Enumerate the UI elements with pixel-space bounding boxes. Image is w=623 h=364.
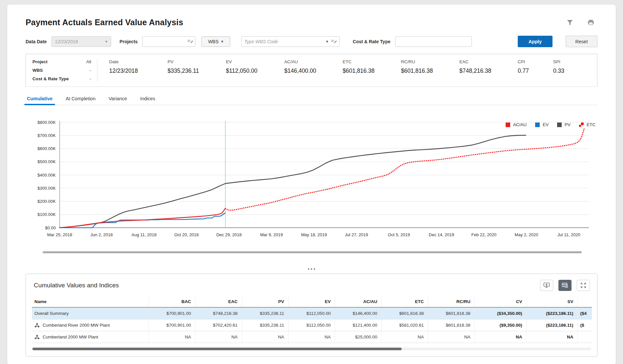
table-row-cumberland-river[interactable]: Cumberland River 2000 MW Plant $700,901.…	[32, 319, 592, 331]
svg-text:$800.00K: $800.00K	[37, 120, 56, 125]
svg-text:Dec 14, 2019: Dec 14, 2019	[429, 232, 454, 237]
download-button[interactable]	[540, 280, 553, 291]
wbs-dropdown-button[interactable]: WBS ▾	[201, 36, 230, 47]
table-settings-icon	[562, 282, 568, 288]
col-etc[interactable]: ETC	[381, 296, 428, 307]
metric-etc: ETC$601,816.38	[343, 59, 401, 81]
reset-button[interactable]: Reset	[566, 36, 597, 47]
col-rcru[interactable]: RC/RU	[428, 296, 474, 307]
lov-picker-icon[interactable]	[187, 39, 193, 44]
cost-rate-type-label: Cost & Rate Type	[353, 39, 391, 44]
col-cv[interactable]: CV	[474, 296, 526, 307]
chart-scrollbar[interactable]	[43, 251, 582, 253]
metric-spi: SPI0.33	[553, 59, 589, 81]
scope-label: Project	[32, 59, 48, 64]
scope-label: WBS	[32, 68, 43, 73]
tab-indices[interactable]: Indices	[139, 94, 156, 105]
svg-text:$300.00K: $300.00K	[37, 186, 56, 191]
ev-line-chart[interactable]: $800.00K$700.00K$600.00K$500.00K$400.00K…	[26, 118, 597, 250]
ev-swatch	[535, 123, 540, 127]
metric-eac: EAC$748,216.38	[459, 59, 518, 81]
tab-variance[interactable]: Variance	[108, 94, 128, 105]
acau-swatch	[506, 123, 510, 127]
col-ev[interactable]: EV	[288, 296, 335, 307]
filter-icon[interactable]	[566, 19, 574, 27]
wbs-button-label: WBS	[208, 39, 219, 44]
table-row-overall-summary[interactable]: Overall Summary $700,901.00$748,216.38 $…	[32, 307, 592, 319]
filter-bar: Data Date 12/23/2018 ▾ Projects WBS ▾ ▾	[26, 36, 597, 47]
legend-item-etc: ETC	[579, 122, 595, 127]
metric-cpi: CPI0.77	[518, 59, 553, 81]
svg-text:Mar 25, 2018: Mar 25, 2018	[47, 232, 72, 237]
apply-button[interactable]: Apply	[518, 36, 553, 47]
svg-text:Jun 2, 2018: Jun 2, 2018	[90, 232, 113, 237]
col-eac[interactable]: EAC	[195, 296, 242, 307]
svg-text:Mar 9, 2019: Mar 9, 2019	[260, 232, 283, 237]
col-acau[interactable]: AC/AU	[335, 296, 381, 307]
tab-cumulative[interactable]: Cumulative	[26, 94, 53, 105]
pv-swatch	[557, 123, 562, 127]
svg-text:May 18, 2019: May 18, 2019	[301, 232, 327, 237]
ev-chart-area: AC/AU EV PV ETC $800.00K$700.00K$600.00K…	[26, 118, 597, 253]
project-hierarchy-icon	[34, 323, 40, 328]
metric-acau: AC/AU$146,400.00	[284, 59, 343, 81]
col-bac[interactable]: BAC	[149, 296, 195, 307]
chart-legend: AC/AU EV PV ETC	[506, 122, 595, 127]
svg-text:May 2, 2020: May 2, 2020	[515, 232, 538, 237]
svg-text:Jul 11, 2020: Jul 11, 2020	[557, 232, 580, 237]
summary-metrics: Date12/23/2018 PV$335,236.11 EV$112,050.…	[97, 59, 597, 81]
svg-text:$500.00K: $500.00K	[37, 159, 56, 164]
projects-field	[142, 36, 195, 47]
table-settings-button[interactable]	[558, 280, 572, 291]
page-title: Payment Actuals Earned Value Analysis	[26, 18, 183, 27]
svg-text:Jul 27, 2019: Jul 27, 2019	[345, 232, 368, 237]
projects-label: Projects	[120, 39, 138, 44]
cumulative-values-panel: Cumulative Values and Indices	[26, 274, 597, 356]
scope-value: All	[86, 59, 91, 64]
svg-text:$600.00K: $600.00K	[37, 146, 56, 151]
data-date-select[interactable]: 12/23/2018 ▾	[51, 36, 111, 47]
col-sv[interactable]: SV	[526, 296, 577, 307]
metric-rcru: RC/RU$601,816.38	[401, 59, 459, 81]
table-row-cumberland[interactable]: Cumberland 2000 MW Plant NANA NANA $25,0…	[32, 331, 592, 343]
col-partial	[577, 296, 592, 307]
wbs-code-input[interactable]	[242, 39, 323, 44]
summary-scope: ProjectAll WBS- Cost & Rate Type-	[26, 59, 97, 81]
summary-panel: ProjectAll WBS- Cost & Rate Type- Date12…	[26, 54, 597, 87]
tab-at-completion[interactable]: At Completion	[65, 94, 96, 105]
projects-input[interactable]	[143, 39, 187, 44]
expand-button[interactable]	[577, 280, 590, 291]
main-card: Payment Actuals Earned Value Analysis Da…	[7, 5, 616, 364]
scope-label: Cost & Rate Type	[32, 76, 69, 81]
metric-pv: PV$335,236.11	[168, 59, 226, 81]
project-hierarchy-icon	[34, 335, 40, 339]
legend-item-acau: AC/AU	[506, 122, 527, 127]
svg-text:$700.00K: $700.00K	[37, 133, 56, 138]
print-icon[interactable]	[587, 19, 595, 27]
chevron-down-icon: ▾	[221, 39, 224, 44]
panel-title: Cumulative Values and Indices	[34, 282, 119, 289]
data-date-value: 12/23/2018	[55, 39, 78, 44]
svg-text:$100.00K: $100.00K	[37, 212, 56, 217]
table-hscrollbar-track[interactable]	[32, 348, 591, 350]
metric-date: Date12/23/2018	[109, 59, 168, 81]
col-pv[interactable]: PV	[242, 296, 288, 307]
metric-ev: EV$112,050.00	[226, 59, 284, 81]
legend-item-ev: EV	[535, 122, 549, 127]
legend-item-pv: PV	[557, 122, 571, 127]
panel-splitter-handle[interactable]	[26, 268, 597, 270]
expand-icon	[580, 282, 586, 288]
table-hscrollbar-thumb[interactable]	[32, 348, 402, 350]
title-icons	[566, 19, 595, 27]
chevron-down-icon[interactable]: ▾	[326, 39, 328, 44]
wbs-code-field: ▾	[241, 36, 340, 47]
scope-value: -	[90, 76, 91, 81]
svg-text:Dec 29, 2018: Dec 29, 2018	[216, 232, 242, 237]
svg-text:$0.00: $0.00	[45, 225, 56, 230]
cost-rate-type-input[interactable]	[395, 39, 472, 44]
svg-text:Oct 20, 2018: Oct 20, 2018	[174, 232, 199, 237]
download-icon	[543, 282, 550, 288]
col-name[interactable]: Name	[32, 296, 149, 307]
lov-picker-icon[interactable]	[331, 39, 337, 44]
etc-swatch	[579, 123, 584, 127]
